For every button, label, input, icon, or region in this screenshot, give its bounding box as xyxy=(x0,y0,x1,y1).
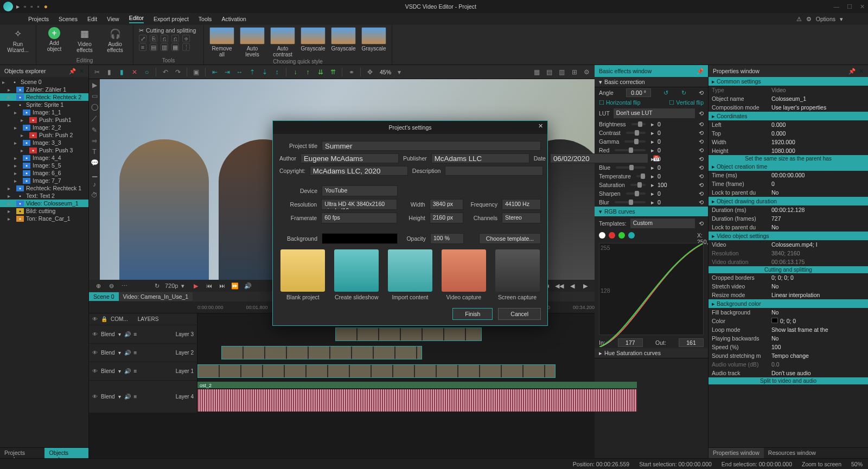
close-icon[interactable]: ✕ xyxy=(538,123,543,129)
background-color[interactable] xyxy=(322,233,398,244)
date-input[interactable] xyxy=(550,153,648,163)
copyright-input[interactable] xyxy=(310,166,408,176)
dialog-title: Project's settings ✕ xyxy=(273,121,547,134)
frequency-select[interactable]: 44100 Hz xyxy=(502,199,541,210)
project-title-input[interactable] xyxy=(322,141,541,151)
height-input[interactable]: 2160 px xyxy=(430,213,463,223)
calendar-icon[interactable]: 📅 xyxy=(653,155,660,162)
description-input[interactable] xyxy=(445,166,543,176)
card-create-slideshow[interactable]: Create slideshow xyxy=(333,249,380,300)
card-blank-project[interactable]: Blank project xyxy=(279,249,327,300)
cancel-button[interactable]: Cancel xyxy=(498,308,541,320)
resolution-select[interactable]: Ultra HD 4K 3840x2160 pixels (16 xyxy=(321,199,397,210)
width-input[interactable]: 3840 px xyxy=(430,199,463,210)
modal-overlay: Project's settings ✕ Project title Autho… xyxy=(0,0,868,469)
device-select[interactable]: YouTube xyxy=(322,185,398,196)
framerate-select[interactable]: 60 fps xyxy=(321,213,397,223)
finish-button[interactable]: Finish xyxy=(452,308,493,320)
channels-select[interactable]: Stereo xyxy=(502,213,541,223)
author-input[interactable] xyxy=(301,153,399,163)
choose-template-button[interactable]: Choose template... xyxy=(479,233,541,244)
publisher-input[interactable] xyxy=(431,153,529,163)
card-video-capture[interactable]: Video capture xyxy=(440,249,487,300)
card-import-content[interactable]: Import content xyxy=(387,249,434,300)
card-screen-capture[interactable]: Screen capture xyxy=(494,249,541,300)
opacity-input[interactable]: 100 % xyxy=(430,233,464,244)
project-settings-dialog: Project's settings ✕ Project title Autho… xyxy=(272,120,548,326)
